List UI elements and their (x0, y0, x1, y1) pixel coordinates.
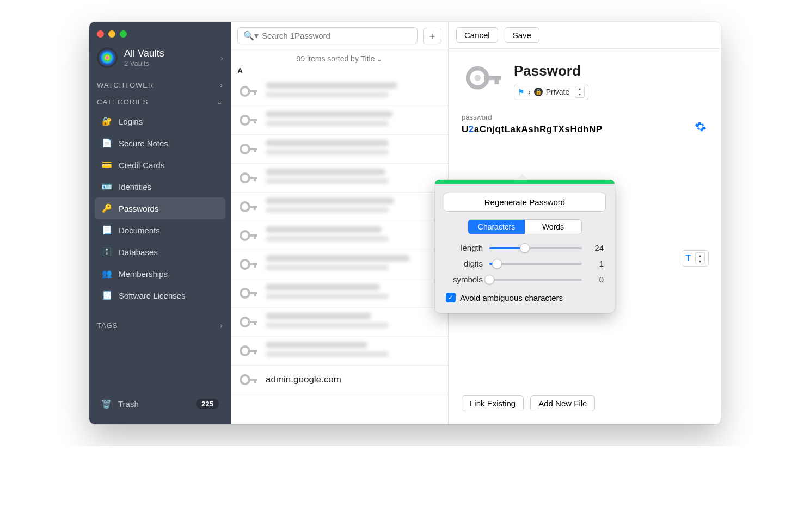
list-item[interactable] (231, 193, 448, 221)
key-icon: 🔑 (101, 203, 112, 214)
key-icon (237, 81, 259, 102)
chevron-right-icon: › (220, 321, 223, 330)
key-icon (237, 225, 259, 246)
sort-selector[interactable]: 99 items sorted by Title⌄ (231, 50, 448, 65)
add-new-file-button[interactable]: Add New File (530, 395, 595, 411)
search-field[interactable]: 🔍▾ (237, 27, 418, 44)
item-title[interactable]: Password (514, 63, 588, 79)
chevron-right-icon: › (220, 53, 223, 63)
vault-chip[interactable]: ⚑ › 🔒 Private ▴▾ (514, 84, 588, 100)
length-slider[interactable]: length 24 (444, 240, 606, 256)
document-icon: 📃 (101, 225, 112, 236)
tags-section[interactable]: TAGS › (89, 316, 231, 333)
svg-rect-32 (254, 379, 256, 383)
window-controls (89, 22, 231, 43)
list-item[interactable] (231, 250, 448, 279)
key-icon (237, 369, 259, 391)
app-window: All Vaults 2 Vaults › WATCHTOWER › CATEG… (89, 22, 721, 424)
chevron-down-icon: ⌄ (377, 55, 382, 63)
list-item[interactable] (231, 164, 448, 193)
minimize-window-button[interactable] (108, 30, 115, 38)
svg-rect-14 (254, 206, 256, 210)
stepper-icon: ▴▾ (695, 252, 705, 264)
regenerate-password-button[interactable]: Regenerate Password (444, 193, 606, 212)
id-icon: 🪪 (101, 181, 112, 192)
type-selector[interactable]: T ▴▾ (682, 250, 709, 267)
svg-point-3 (241, 116, 249, 125)
vault-subtitle: 2 Vaults (124, 59, 164, 67)
sidebar-item-licenses[interactable]: 🧾Software Licenses (95, 284, 225, 306)
close-window-button[interactable] (97, 30, 104, 38)
membership-icon: 👥 (101, 268, 112, 279)
password-item-icon (462, 60, 504, 102)
flag-icon: ⚑ (518, 88, 525, 96)
gear-icon[interactable] (695, 121, 707, 133)
lock-icon: 🔒 (534, 88, 543, 96)
key-icon (237, 167, 259, 189)
password-generator-popover: Regenerate Password Characters Words len… (435, 180, 615, 313)
list-item[interactable] (231, 221, 448, 250)
item-list[interactable]: admin.google.com (231, 77, 448, 424)
list-item[interactable] (231, 279, 448, 308)
sidebar-item-identities[interactable]: 🪪Identities (95, 176, 225, 197)
svg-point-9 (241, 174, 249, 182)
sidebar-item-databases[interactable]: 🗄️Databases (95, 241, 225, 263)
sidebar-item-memberships[interactable]: 👥Memberships (95, 263, 225, 284)
svg-rect-2 (254, 90, 256, 95)
license-icon: 🧾 (101, 290, 112, 301)
sidebar-item-passwords[interactable]: 🔑Passwords (95, 197, 225, 219)
trash-icon: 🗑️ (101, 399, 112, 409)
vault-title: All Vaults (124, 48, 164, 59)
sidebar-item-trash[interactable]: 🗑️ Trash 225 (95, 393, 225, 415)
vault-selector[interactable]: All Vaults 2 Vaults › (89, 43, 231, 76)
svg-rect-26 (254, 321, 256, 325)
sidebar-item-documents[interactable]: 📃Documents (95, 219, 225, 241)
related-items: Link Existing Add New File (462, 391, 595, 411)
trash-count-badge: 225 (196, 399, 219, 409)
list-item[interactable] (231, 135, 448, 164)
svg-rect-23 (254, 292, 256, 296)
save-button[interactable]: Save (505, 27, 539, 43)
svg-rect-20 (254, 263, 256, 268)
svg-point-12 (241, 202, 249, 211)
symbols-slider[interactable]: symbols 0 (444, 271, 606, 287)
chevron-down-icon: ⌄ (217, 98, 223, 106)
svg-point-24 (241, 318, 249, 326)
svg-point-30 (241, 375, 249, 384)
svg-point-36 (474, 75, 481, 81)
sidebar-item-credit-cards[interactable]: 💳Credit Cards (95, 154, 225, 176)
list-item[interactable] (231, 308, 448, 337)
svg-rect-29 (254, 350, 256, 354)
stepper-icon[interactable]: ▴▾ (575, 86, 585, 98)
generator-mode-segment[interactable]: Characters Words (468, 219, 582, 234)
digits-slider[interactable]: digits 1 (444, 256, 606, 271)
segment-words[interactable]: Words (525, 220, 581, 234)
password-field[interactable]: password U2aCnjqtLakAshRgTXsHdhNP (449, 109, 721, 137)
segment-characters[interactable]: Characters (468, 220, 525, 234)
list-item[interactable] (231, 337, 448, 366)
database-icon: 🗄️ (101, 246, 112, 257)
svg-rect-11 (254, 177, 256, 181)
svg-rect-8 (254, 148, 256, 152)
link-existing-button[interactable]: Link Existing (462, 395, 524, 411)
svg-point-18 (241, 260, 249, 269)
watchtower-section[interactable]: WATCHTOWER › (89, 76, 231, 92)
categories-section[interactable]: CATEGORIES ⌄ (89, 92, 231, 109)
list-item[interactable]: admin.google.com (231, 366, 448, 394)
search-input[interactable] (262, 31, 412, 40)
zoom-window-button[interactable] (120, 30, 127, 38)
categories-list: 🔐Logins 📄Secure Notes 💳Credit Cards 🪪Ide… (89, 109, 231, 307)
sidebar-item-secure-notes[interactable]: 📄Secure Notes (95, 132, 225, 154)
list-item[interactable] (231, 77, 448, 106)
list-item[interactable] (231, 106, 448, 135)
add-item-button[interactable]: ＋ (423, 28, 441, 44)
cancel-button[interactable]: Cancel (456, 27, 498, 43)
chevron-right-icon: › (220, 81, 223, 89)
svg-point-0 (241, 87, 249, 96)
list-section-header: A (231, 65, 448, 77)
sidebar-item-logins[interactable]: 🔐Logins (95, 110, 225, 132)
password-value: U2aCnjqtLakAshRgTXsHdhNP (462, 123, 708, 135)
svg-rect-5 (254, 119, 256, 123)
item-list-pane: 🔍▾ ＋ 99 items sorted by Title⌄ A admin.g… (231, 22, 449, 424)
avoid-ambiguous-checkbox[interactable]: ✓ Avoid ambiguous characters (444, 287, 606, 304)
